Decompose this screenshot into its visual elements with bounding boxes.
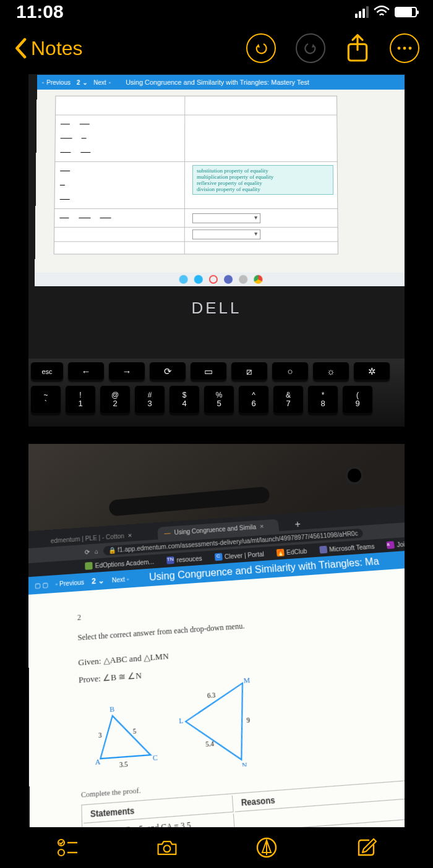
laptop-screen-2: edmentum | PLE | - Cotton× —Using Congru… xyxy=(28,505,405,827)
next-link: Next ◦ xyxy=(93,79,111,86)
svg-point-3 xyxy=(409,47,412,50)
svg-text:5.4: 5.4 xyxy=(205,739,214,748)
stmt-equal-ratios: NLAB = MNBC = LMCA xyxy=(54,209,185,227)
fn-row: esc ← → ⟳ ▭ ⧄ ○ ☼ ✲ xyxy=(31,362,402,381)
key-7: &7 xyxy=(273,386,303,414)
bm-teams: Microsoft Teams xyxy=(319,542,375,553)
reason-corresp: Corresponding angles of similar triangle… xyxy=(185,242,338,253)
triangle-diagram: A B C 3 5 3.5 L M N 6.3 9 5.4 xyxy=(85,670,405,775)
camera-button[interactable] xyxy=(153,833,181,862)
checklist-button[interactable] xyxy=(53,833,82,862)
keyboard: esc ← → ⟳ ▭ ⧄ ○ ☼ ✲ ~` !1 @2 #3 $4 %5 ^6… xyxy=(28,359,405,427)
svg-text:B: B xyxy=(109,705,114,713)
photo-2[interactable]: edmentum | PLE | - Cotton× —Using Congru… xyxy=(28,444,405,827)
compose-button[interactable] xyxy=(352,833,380,862)
key-tilde: ~` xyxy=(31,386,61,414)
key-1: !1 xyxy=(66,386,95,414)
new-tab: + xyxy=(289,519,306,530)
question-content: 2 Select the correct answer from each dr… xyxy=(28,568,405,827)
redo-icon xyxy=(303,41,318,56)
svg-text:M: M xyxy=(243,676,251,684)
svg-point-22 xyxy=(163,845,170,852)
svg-text:3.5: 3.5 xyxy=(119,760,128,769)
svg-text:5: 5 xyxy=(133,727,137,735)
reason-subst: substitution property of equality xyxy=(185,115,337,161)
svg-marker-11 xyxy=(184,683,248,764)
svg-marker-4 xyxy=(99,713,150,759)
battery-icon xyxy=(395,7,417,17)
camera-icon xyxy=(156,836,178,859)
bm-resources: TNresouces xyxy=(166,555,202,564)
svg-text:N: N xyxy=(242,760,248,770)
draw-icon xyxy=(255,836,278,859)
markup-button[interactable] xyxy=(252,833,281,862)
key-overview: ⧄ xyxy=(231,362,267,381)
share-button[interactable] xyxy=(345,33,370,63)
photo-1[interactable]: ◦ Previous 2 ⌄ Next ◦ Using Congruence a… xyxy=(28,74,405,427)
dell-logo: DELL xyxy=(28,296,405,320)
svg-text:9: 9 xyxy=(246,716,250,724)
more-button[interactable] xyxy=(390,33,419,63)
edmentum-header: ◦ Previous 2 ⌄ Next ◦ Using Congruence a… xyxy=(37,75,405,90)
stmt-similar: △ABC ~ △LNM xyxy=(54,228,185,241)
key-full: ▭ xyxy=(191,362,226,381)
wifi-icon xyxy=(374,6,390,18)
svg-text:C: C xyxy=(153,753,158,762)
laptop-screen: ◦ Previous 2 ⌄ Next ◦ Using Congruence a… xyxy=(35,75,405,286)
key-esc: esc xyxy=(31,362,63,381)
undo-button[interactable] xyxy=(246,33,276,63)
page-title: Using Congruence and Similarity with Tri… xyxy=(126,79,309,86)
stmt-angles: ∠B ≅ ∠N xyxy=(54,242,185,253)
nav-bar: Notes xyxy=(0,23,433,73)
undo-icon xyxy=(254,41,268,56)
key-2: @2 xyxy=(100,386,130,414)
bm-join: aJoin xyxy=(387,540,405,549)
dropdown-options: substitution property of equality multip… xyxy=(192,165,333,195)
back-button[interactable]: Notes xyxy=(14,37,83,60)
bm-edclub: 🔥EdClub xyxy=(276,547,307,556)
reason-dd-2 xyxy=(185,228,338,241)
reason-dropdown-open: substitution property of equality multip… xyxy=(185,162,337,208)
redo-button[interactable] xyxy=(296,33,325,63)
note-canvas[interactable]: ◦ Previous 2 ⌄ Next ◦ Using Congruence a… xyxy=(28,74,405,827)
chevron-left-icon xyxy=(14,38,27,59)
key-5: %5 xyxy=(204,386,234,414)
svg-point-20 xyxy=(58,849,64,856)
key-6: ^6 xyxy=(239,386,268,414)
key-8: *8 xyxy=(308,386,338,414)
cellular-icon xyxy=(355,6,369,18)
key-bright-dn: ○ xyxy=(272,362,308,381)
chrome-shelf xyxy=(35,273,405,286)
svg-text:L: L xyxy=(179,716,184,725)
status-bar: 11:08 xyxy=(0,0,433,23)
svg-text:3: 3 xyxy=(98,731,102,739)
key-mute: ✲ xyxy=(354,362,390,381)
num-row: ~` !1 @2 #3 $4 %5 ^6 &7 *8 (9 xyxy=(31,386,402,414)
compose-icon xyxy=(355,836,377,859)
stmt-given: AB = 3, BC = 5, and CA = 3.5 LM = 6.3, M… xyxy=(56,96,185,115)
webcam xyxy=(348,469,361,482)
question-number: 2 ⌄ xyxy=(77,79,88,86)
key-fwd: → xyxy=(109,362,145,381)
key-bright-up: ☼ xyxy=(313,362,349,381)
reason-given: given xyxy=(185,96,337,115)
checklist-icon xyxy=(56,836,79,859)
key-9: (9 xyxy=(343,386,372,414)
stmt-simplify: 5.43 = 1.8 95 = 1.8 6.33.5 = 1.8 xyxy=(55,162,186,208)
svg-text:A: A xyxy=(95,757,101,767)
key-4: $4 xyxy=(169,386,199,414)
svg-point-18 xyxy=(58,840,64,846)
toolbar xyxy=(0,827,433,868)
status-right xyxy=(355,6,417,18)
reason-dd-1 xyxy=(185,209,338,227)
prev-link: ◦ Previous xyxy=(42,79,71,86)
clock: 11:08 xyxy=(16,1,64,22)
proof-table: AB = 3, BC = 5, and CA = 3.5 LM = 6.3, M… xyxy=(54,96,338,255)
back-label: Notes xyxy=(31,37,83,60)
ellipsis-icon xyxy=(397,46,413,50)
key-reload: ⟳ xyxy=(150,362,186,381)
svg-point-1 xyxy=(398,47,401,50)
bm-edoptions: EdOptions Academ... xyxy=(85,558,154,570)
bm-clever: CClever | Portal xyxy=(214,550,264,561)
key-3: #3 xyxy=(135,386,165,414)
